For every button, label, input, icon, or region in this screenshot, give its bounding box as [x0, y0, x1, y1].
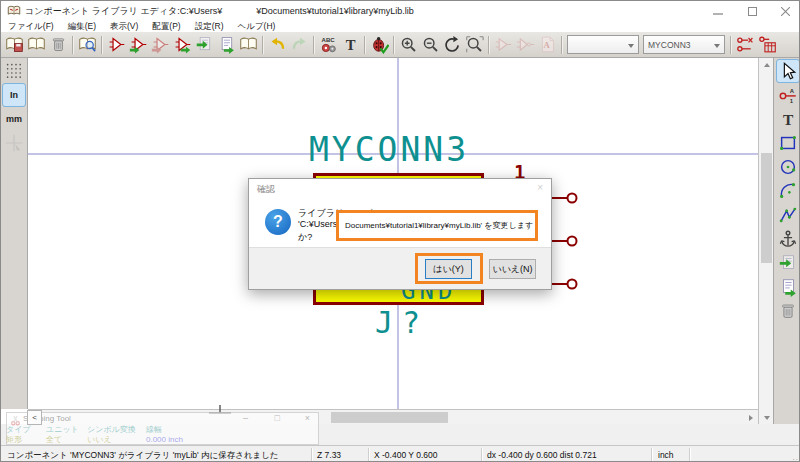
confirm-dialog: 確認 × ? ライブラリ ファイル 'C:¥Users¥ か? はい(Y) いい…: [248, 178, 552, 290]
menu-file[interactable]: ファイル(F): [8, 21, 54, 32]
zoom-fit-icon: [465, 35, 484, 54]
import-component-button[interactable]: [193, 34, 215, 56]
maximize-button[interactable]: [735, 1, 769, 21]
toolbar-separator: [69, 35, 76, 55]
zoom-level: Z 7.33: [317, 450, 341, 460]
titlebar: コンポーネント ライブラリ エディタ:C:¥Users¥¥Documents¥t…: [1, 1, 799, 21]
library-browser-icon: [78, 35, 97, 54]
pin-tool[interactable]: A1: [777, 84, 799, 106]
load-component-button[interactable]: [127, 34, 149, 56]
maximize-icon: [748, 7, 757, 16]
no-button[interactable]: いいえ(N): [489, 259, 536, 279]
export-tool[interactable]: [777, 276, 799, 298]
component-select[interactable]: MYCONN3: [643, 35, 725, 54]
menu-place[interactable]: 配置(P): [152, 21, 180, 32]
import-tool[interactable]: [777, 252, 799, 274]
demorgan-convert-icon: [516, 35, 535, 54]
app-icon: [7, 4, 21, 18]
properties-button[interactable]: ABC: [317, 34, 339, 56]
component-name-text[interactable]: MYCONN3: [309, 130, 469, 169]
menu-preferences[interactable]: 設定(R): [195, 21, 224, 32]
polyline-tool[interactable]: [777, 204, 799, 226]
save-library-icon: [5, 35, 24, 54]
anchor-tool[interactable]: [777, 228, 799, 250]
erc-check-button[interactable]: [368, 34, 390, 56]
toolbar-separator: [390, 35, 397, 55]
v-scroll-thumb[interactable]: [761, 153, 772, 263]
ghost-minimize-icon: –: [243, 413, 248, 423]
zoom-redraw-button[interactable]: [441, 34, 463, 56]
ghost-close-icon: ×: [305, 413, 310, 423]
circle-icon: [778, 157, 798, 177]
annotation-highlight-path: Documents¥tutorial1¥library¥myLib.lib' を…: [336, 210, 538, 241]
dialog-close-icon[interactable]: ×: [537, 182, 543, 193]
update-component-button: [149, 34, 171, 56]
pin-sync-button[interactable]: [734, 34, 756, 56]
grid-toggle-button[interactable]: [3, 60, 25, 82]
edit-doc-icon: [239, 35, 258, 54]
resize-grip[interactable]: ..: [793, 453, 799, 462]
library-file-button[interactable]: [25, 34, 47, 56]
pin-sync-icon: [736, 35, 755, 54]
polyline-icon: [778, 205, 798, 225]
edit-doc-button[interactable]: [237, 34, 259, 56]
cursor-position: X -0.400 Y 0.600: [374, 450, 438, 460]
rect-icon: [778, 133, 798, 153]
grid-icon: [4, 61, 24, 81]
zoom-out-button[interactable]: [419, 34, 441, 56]
rect-tool[interactable]: [777, 132, 799, 154]
svg-text:ABC: ABC: [321, 37, 335, 43]
component-reference[interactable]: J?: [375, 305, 429, 340]
toolbar-separator: [259, 35, 266, 55]
new-component-button[interactable]: [105, 34, 127, 56]
chevron-down-icon: [714, 44, 720, 48]
text-icon: T: [778, 109, 798, 129]
vertical-scrollbar[interactable]: [758, 58, 773, 424]
demorgan-normal-icon: [494, 35, 513, 54]
zoom-in-icon: [399, 35, 418, 54]
demorgan-convert-button: [514, 34, 536, 56]
close-button[interactable]: [769, 1, 800, 21]
scroll-up-arrow[interactable]: [759, 58, 774, 71]
menu-help[interactable]: ヘルプ(H): [238, 21, 276, 32]
menu-view[interactable]: 表示(V): [110, 21, 138, 32]
h-scroll-thumb[interactable]: [331, 412, 448, 423]
datasheet-icon: A: [538, 35, 557, 54]
ghost-back-button: <: [27, 410, 42, 425]
zoom-in-button[interactable]: [397, 34, 419, 56]
zoom-fit-button[interactable]: [463, 34, 485, 56]
pin-table-button[interactable]: [756, 34, 778, 56]
toolbar-separator: [361, 35, 368, 55]
save-component-button[interactable]: [171, 34, 193, 56]
field-editor-icon: T: [341, 35, 360, 54]
library-browser-button[interactable]: [76, 34, 98, 56]
scroll-right-arrow[interactable]: [743, 411, 758, 424]
unit-mm-button[interactable]: mm: [3, 108, 25, 130]
unit-inch-button[interactable]: In: [3, 84, 25, 106]
delete-component-button[interactable]: [47, 34, 69, 56]
undo-button[interactable]: [266, 34, 288, 56]
text-tool[interactable]: T: [777, 108, 799, 130]
pin-table-icon: [758, 35, 777, 54]
save-library-button[interactable]: [3, 34, 25, 56]
question-icon: ?: [265, 209, 291, 235]
demorgan-normal-button: [492, 34, 514, 56]
zoom-redraw-icon: [443, 35, 462, 54]
zoom-out-icon: [421, 35, 440, 54]
field-editor-button[interactable]: T: [339, 34, 361, 56]
app-window: コンポーネント ライブラリ エディタ:C:¥Users¥¥Documents¥t…: [0, 0, 800, 462]
select-tool[interactable]: [777, 60, 799, 82]
datasheet-button: A: [536, 34, 558, 56]
minimize-button[interactable]: [701, 1, 735, 21]
export-component-button[interactable]: [215, 34, 237, 56]
menu-edit[interactable]: 編集(E): [68, 21, 96, 32]
save-component-icon: [173, 35, 192, 54]
load-component-icon: [129, 35, 148, 54]
delete-tool[interactable]: [777, 300, 799, 322]
ghost-snipping-tool-window: Snipping Tool – □ × <: [6, 412, 319, 445]
circle-tool[interactable]: [777, 156, 799, 178]
erc-icon: [370, 35, 389, 54]
anchor-icon: [778, 229, 798, 249]
arc-tool[interactable]: [777, 180, 799, 202]
scroll-down-arrow[interactable]: [759, 411, 774, 424]
